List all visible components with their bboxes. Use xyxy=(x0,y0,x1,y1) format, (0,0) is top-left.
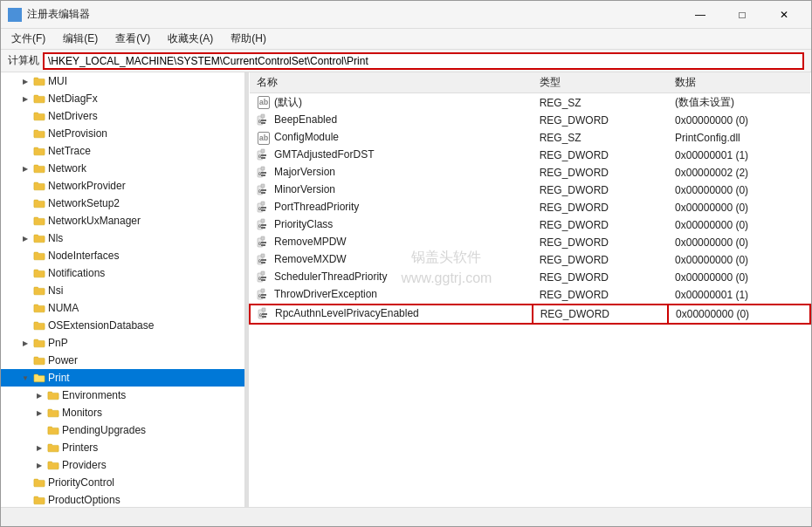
table-row[interactable]: 0 RemoveMXDWREG_DWORD0x00000000 (0) xyxy=(250,251,810,269)
dword-icon: 0 xyxy=(257,236,271,250)
expand-icon[interactable] xyxy=(18,284,32,298)
folder-icon xyxy=(32,144,46,158)
folder-icon xyxy=(32,214,46,228)
expand-icon[interactable] xyxy=(18,266,32,280)
expand-icon[interactable] xyxy=(18,301,32,315)
menu-item[interactable]: 帮助(H) xyxy=(224,30,273,48)
expand-icon[interactable] xyxy=(18,249,32,263)
tree-item-label: PnP xyxy=(48,337,68,349)
tree-item[interactable]: Nsi xyxy=(1,282,244,299)
tree-item[interactable]: OSExtensionDatabase xyxy=(1,317,244,334)
table-row[interactable]: 0 RemoveMPDWREG_DWORD0x00000000 (0) xyxy=(250,234,810,251)
expand-icon[interactable] xyxy=(32,423,46,437)
tree-item[interactable]: NetworkUxManager xyxy=(1,212,244,229)
tree-item-label: Monitors xyxy=(62,407,102,419)
folder-icon xyxy=(32,161,46,175)
tree-item-label: Notifications xyxy=(48,267,105,279)
table-row[interactable]: ab(默认)REG_SZ(数值未设置) xyxy=(250,93,810,113)
svg-rect-52 xyxy=(261,297,265,298)
expand-icon[interactable]: ▼ xyxy=(18,371,32,385)
table-row[interactable]: 0 PriorityClassREG_DWORD0x00000000 (0) xyxy=(250,216,810,234)
table-row[interactable]: abConfigModuleREG_SZPrintConfig.dll xyxy=(250,129,810,147)
expand-icon[interactable] xyxy=(18,353,32,367)
menu-item[interactable]: 收藏夹(A) xyxy=(161,30,220,48)
expand-icon[interactable] xyxy=(18,196,32,210)
tree-item[interactable]: ProductOptions xyxy=(1,491,244,507)
expand-icon[interactable]: ▶ xyxy=(18,92,32,106)
expand-icon[interactable]: ▶ xyxy=(18,161,32,175)
expand-icon[interactable]: ▶ xyxy=(32,388,46,402)
tree-item[interactable]: NUMA xyxy=(1,299,244,317)
svg-rect-20 xyxy=(261,184,265,188)
expand-icon[interactable] xyxy=(18,127,32,140)
tree-item[interactable]: ▼ Print xyxy=(1,369,244,387)
tree-item[interactable]: ▶ MUI xyxy=(1,72,244,90)
table-row[interactable]: 0 GMTAdjustedForDSTREG_DWORD0x00000001 (… xyxy=(250,147,810,164)
reg-name-cell: 0 GMTAdjustedForDST xyxy=(250,147,533,164)
svg-rect-57 xyxy=(262,316,266,318)
tree-item[interactable]: ▶ Printers xyxy=(1,439,244,456)
table-row[interactable]: 0 RpcAuthnLevelPrivacyEnabledREG_DWORD0x… xyxy=(250,305,810,324)
tree-item[interactable]: ▶ PnP xyxy=(1,334,244,352)
address-input[interactable] xyxy=(43,52,804,70)
svg-rect-17 xyxy=(261,175,265,176)
expand-icon[interactable] xyxy=(18,493,32,507)
tree-item[interactable]: Notifications xyxy=(1,264,244,282)
expand-icon[interactable]: ▶ xyxy=(32,406,46,420)
table-row[interactable]: 0 BeepEnabledREG_DWORD0x00000000 (0) xyxy=(250,112,810,129)
tree-item[interactable]: NetTrace xyxy=(1,142,244,160)
expand-icon[interactable] xyxy=(18,214,32,228)
expand-icon[interactable]: ▶ xyxy=(32,441,46,455)
menu-item[interactable]: 查看(V) xyxy=(108,30,157,48)
table-row[interactable]: 0 PortThreadPriorityREG_DWORD0x00000000 … xyxy=(250,199,810,216)
dword-icon: 0 xyxy=(257,201,271,215)
table-row[interactable]: 0 SchedulerThreadPriorityREG_DWORD0x0000… xyxy=(250,269,810,286)
tree-item[interactable]: ▶ Monitors xyxy=(1,404,244,421)
tree-item[interactable]: NetworkSetup2 xyxy=(1,195,244,212)
table-row[interactable]: 0 MinorVersionREG_DWORD0x00000000 (0) xyxy=(250,181,810,199)
tree-item[interactable]: NetworkProvider xyxy=(1,177,244,195)
tree-item[interactable]: NodeInterfaces xyxy=(1,247,244,264)
tree-item[interactable]: ▶ Nls xyxy=(1,229,244,247)
expand-icon[interactable] xyxy=(18,144,32,158)
tree-item-label: NetDiagFx xyxy=(48,92,98,105)
table-row[interactable]: 0 ThrowDriverExceptionREG_DWORD0x0000000… xyxy=(250,286,810,305)
address-bar: 计算机 xyxy=(1,50,811,72)
reg-data-cell: 0x00000001 (1) xyxy=(668,286,810,305)
tree-item[interactable]: PendingUpgrades xyxy=(1,421,244,439)
tree-item[interactable]: NetProvision xyxy=(1,125,244,142)
svg-rect-47 xyxy=(261,279,265,281)
menu-item[interactable]: 文件(F) xyxy=(4,30,52,48)
svg-text:0: 0 xyxy=(258,276,261,281)
minimize-button[interactable]: — xyxy=(680,1,720,29)
reg-type-cell: REG_DWORD xyxy=(533,305,668,324)
expand-icon[interactable]: ▶ xyxy=(18,231,32,245)
svg-rect-6 xyxy=(261,120,266,121)
reg-name-cell: 0 ThrowDriverException xyxy=(250,286,533,305)
tree-item[interactable]: ▶ Network xyxy=(1,160,244,177)
menu-item[interactable]: 编辑(E) xyxy=(56,30,105,48)
maximize-button[interactable]: □ xyxy=(722,1,762,29)
tree-item[interactable]: ▶ Environments xyxy=(1,387,244,404)
window-controls: — □ ✕ xyxy=(680,1,804,29)
folder-icon xyxy=(32,336,46,350)
reg-name-label: PriorityClass xyxy=(274,218,333,230)
close-button[interactable]: ✕ xyxy=(764,1,804,29)
expand-icon[interactable] xyxy=(18,109,32,123)
expand-icon[interactable]: ▶ xyxy=(18,336,32,350)
title-bar-left: 注册表编辑器 xyxy=(8,7,90,22)
expand-icon[interactable] xyxy=(18,476,32,489)
expand-icon[interactable]: ▶ xyxy=(18,74,32,88)
tree-item[interactable]: PriorityControl xyxy=(1,474,244,491)
tree-item[interactable]: Power xyxy=(1,352,244,369)
svg-rect-0 xyxy=(10,10,14,14)
svg-rect-26 xyxy=(261,207,266,209)
expand-icon[interactable] xyxy=(18,318,32,332)
expand-icon[interactable] xyxy=(18,179,32,193)
tree-item[interactable]: ▶ Providers xyxy=(1,456,244,474)
tree-item[interactable]: NetDrivers xyxy=(1,107,244,125)
tree-item[interactable]: ▶ NetDiagFx xyxy=(1,90,244,107)
expand-icon[interactable]: ▶ xyxy=(32,458,46,472)
table-row[interactable]: 0 MajorVersionREG_DWORD0x00000002 (2) xyxy=(250,164,810,181)
svg-rect-12 xyxy=(261,157,265,159)
